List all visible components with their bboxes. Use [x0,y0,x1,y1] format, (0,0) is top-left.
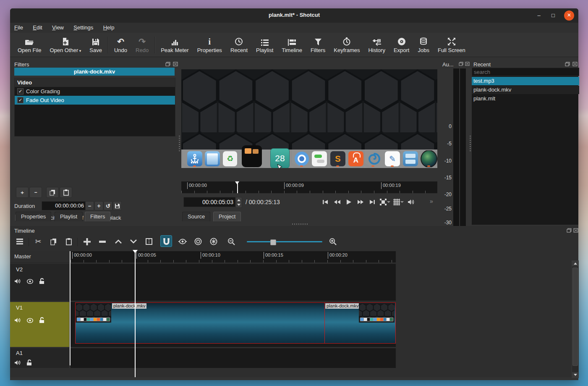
redo-button[interactable]: ↷ Redo [131,35,153,55]
master-track-header[interactable]: Master [10,251,69,263]
dock-icon-tweaks-toggles[interactable] [312,151,327,166]
menu-settings[interactable]: Settings [69,23,97,32]
recent-search-input[interactable] [472,68,579,76]
mute-track-icon[interactable] [14,360,21,365]
duration-field[interactable]: 00:00:00:06 [42,201,87,210]
filters-button[interactable]: Filters [306,35,329,55]
menu-file[interactable]: File [10,23,27,32]
timeline-zoom-slider[interactable] [247,239,322,244]
recent-item-plank-dock-mkv[interactable]: plank-dock.mkv [472,86,579,94]
maximize-button[interactable]: □ [549,11,557,20]
copy-filters-button[interactable] [46,187,59,198]
paste-button[interactable] [63,236,74,247]
timeline-playhead[interactable] [133,250,138,377]
video-preview[interactable]: ♻ 28 S A [181,69,437,168]
filter-row-fade-out-video[interactable]: ✓ Fade Out Video [15,96,175,105]
overwrite-button[interactable] [128,236,139,247]
remove-filter-button[interactable]: − [29,187,42,198]
mute-track-icon[interactable] [14,278,21,284]
play-button[interactable] [344,198,353,206]
filter-checkbox[interactable]: ✓ [17,88,24,95]
splitter-grip[interactable] [292,223,309,225]
ripple-button[interactable] [193,236,204,247]
duration-save-button[interactable] [113,201,122,210]
float-panel-icon[interactable] [567,228,572,233]
tab-properties[interactable]: Properties [16,212,51,221]
duration-decrement-button[interactable]: − [85,201,94,210]
paste-filters-button[interactable] [60,187,72,198]
dock-icon-photo-swirl[interactable] [367,151,382,166]
tab-project[interactable]: Project [213,212,241,221]
timeline-button[interactable]: Timeline [277,35,306,55]
mute-track-icon[interactable] [14,318,21,323]
position-spinner[interactable] [235,197,242,208]
recent-button[interactable]: Recent [226,35,252,55]
ripple-delete-button[interactable] [97,236,108,247]
tab-source[interactable]: Source [182,212,210,221]
position-timecode-field[interactable]: 00:00:05:03 [183,197,235,207]
undo-button[interactable]: ↶ Undo [110,35,131,55]
playlist-button[interactable]: Playlist [252,35,277,55]
skip-to-start-button[interactable] [321,198,330,206]
skip-to-end-button[interactable] [368,198,377,206]
hide-track-icon[interactable] [26,279,34,284]
tab-filters[interactable]: Filters [85,212,110,221]
dock-icon-camera-lens[interactable] [421,150,437,167]
close-panel-icon[interactable] [173,62,178,66]
player-scrub-ruler[interactable]: 00:00:00 00:00:09 00:00:19 [181,181,437,193]
track-header-v2[interactable]: V2 [10,264,69,301]
close-panel-icon[interactable] [573,228,578,233]
menu-view[interactable]: View [48,23,68,32]
filter-checkbox[interactable]: ✓ [17,97,24,103]
track-lane-v2[interactable] [71,264,396,301]
panel-splitter[interactable] [470,134,471,151]
properties-button[interactable]: i Properties [193,35,226,55]
history-button[interactable]: History [364,35,389,55]
save-button[interactable]: Save [85,35,106,55]
float-panel-icon[interactable] [165,62,170,66]
timeline-vertical-scrollbar[interactable] [572,260,579,378]
track-header-v1-selected[interactable]: V1 [10,302,69,347]
snap-toggle-button[interactable] [160,235,172,247]
recent-item-test-mp3[interactable]: test.mp3 [472,77,579,85]
dock-icon-software-store[interactable]: A [348,151,363,166]
copy-button[interactable] [48,236,59,247]
menu-help[interactable]: Help [99,23,119,32]
timeline-clip-1[interactable]: plank-dock.mkv [75,302,325,344]
zoom-fit-dropdown[interactable] [387,201,390,203]
hide-track-icon[interactable] [26,318,34,323]
jobs-button[interactable]: Jobs [413,35,433,55]
lock-track-icon[interactable] [26,360,32,366]
duration-increment-button[interactable]: ＋ [94,201,103,210]
dock-icon-plank-anchor[interactable] [187,151,202,166]
zoom-fit-button[interactable] [379,198,390,206]
timeline-ruler[interactable]: 00:00:00 00:00:05 00:00:10 00:00:15 00:0… [71,251,571,263]
titlebar[interactable]: plank.mlt* - Shotcut – □ ✕ [10,8,578,23]
scroll-down-arrow[interactable] [572,372,578,378]
close-panel-icon[interactable] [572,62,578,66]
dock-icon-text-editor[interactable]: ✎ [385,151,400,166]
zoom-slider-thumb[interactable] [270,239,276,245]
float-panel-icon[interactable] [565,62,570,66]
player-playhead[interactable] [235,181,240,193]
menu-edit[interactable]: Edit [29,23,46,32]
zoom-in-button[interactable] [327,236,338,247]
keyframes-button[interactable]: Keyframes [329,35,364,55]
timeline-menu-button[interactable] [14,236,25,247]
filter-row-color-grading[interactable]: ✓ Color Grading [15,87,175,96]
tab-playlist[interactable]: Playlist [55,212,83,221]
fast-forward-button[interactable] [356,198,365,206]
toolbar-overflow-chevron[interactable]: » [430,198,433,205]
open-file-button[interactable]: Open File [13,35,45,55]
ripple-all-tracks-button[interactable] [208,236,219,247]
lock-track-icon[interactable] [39,278,44,284]
split-button[interactable] [144,236,154,247]
dock-icon-archive-cabinet[interactable] [403,151,418,166]
float-panel-icon[interactable] [459,62,463,66]
scrollbar-thumb[interactable] [572,268,578,366]
rewind-button[interactable] [332,198,342,206]
cut-button[interactable]: ✂ [33,236,44,247]
zoom-out-button[interactable] [226,236,237,247]
timeline-clip-2[interactable]: plank-dock.mkv [324,302,396,344]
append-button[interactable] [81,236,92,247]
